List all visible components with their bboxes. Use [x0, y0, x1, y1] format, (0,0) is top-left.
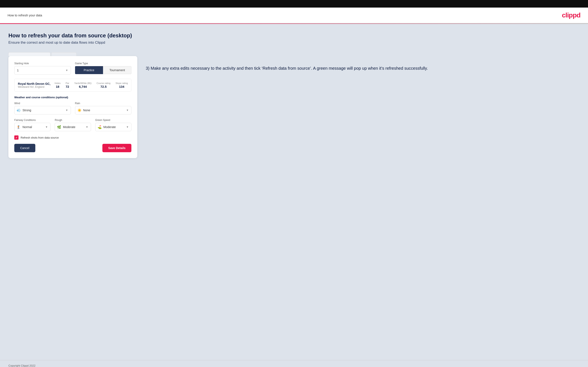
green-speed-group: Green Speed ⛳ Moderate Fast Slow ▼ — [95, 119, 131, 131]
rough-select-wrapper[interactable]: 🌿 Moderate Light Heavy ▼ — [55, 123, 91, 131]
slope-rating-value: 134 — [119, 85, 124, 88]
green-speed-icon: ⛳ — [97, 125, 102, 129]
par-value: 72 — [66, 85, 69, 88]
course-location: Westward Ho!, England — [18, 85, 51, 88]
save-button[interactable]: Save Details — [102, 144, 132, 152]
yards-value: 6,744 — [79, 85, 87, 88]
form-card: Starting Hole 1 10 ▼ Game Type Practi — [9, 56, 137, 158]
rough-label: Rough — [55, 119, 91, 122]
copyright-text: Copyright Clippd 2022 — [9, 364, 35, 367]
page-subheading: Ensure the correct and most up to date d… — [9, 41, 579, 45]
card-outer: Starting Hole 1 10 ▼ Game Type Practi — [9, 52, 137, 158]
wind-rain-row: Wind 💨 Strong Light None ▼ Rain — [14, 102, 131, 114]
practice-button[interactable]: Practice — [75, 66, 103, 74]
par-stat: Par 72 — [66, 82, 69, 88]
description-text: 3) Make any extra edits necessary to the… — [146, 65, 579, 72]
wind-label: Wind — [14, 102, 71, 105]
rough-group: Rough 🌿 Moderate Light Heavy ▼ — [55, 119, 91, 131]
course-rating-value: 72.5 — [101, 85, 107, 88]
green-speed-select-wrapper[interactable]: ⛳ Moderate Fast Slow ▼ — [95, 123, 131, 131]
tournament-button[interactable]: Tournament — [103, 66, 131, 74]
starting-hole-select-wrapper[interactable]: 1 10 ▼ — [14, 66, 71, 75]
action-row: Cancel Save Details — [14, 144, 131, 152]
right-description: 3) Make any extra edits necessary to the… — [146, 52, 579, 72]
starting-hole-game-type-row: Starting Hole 1 10 ▼ Game Type Practi — [14, 62, 131, 75]
two-col-layout: Starting Hole 1 10 ▼ Game Type Practi — [9, 52, 579, 158]
cancel-button[interactable]: Cancel — [14, 144, 35, 152]
par-label: Par — [66, 82, 69, 84]
main-content: How to refresh your data from source (de… — [0, 24, 588, 360]
holes-stat: Holes 18 — [55, 82, 61, 88]
slope-rating-label: Slope rating — [115, 82, 128, 84]
green-speed-label: Green Speed — [95, 119, 131, 122]
starting-hole-label: Starting Hole — [14, 62, 71, 65]
green-speed-select[interactable]: Moderate Fast Slow — [104, 125, 129, 129]
rough-select[interactable]: Moderate Light Heavy — [63, 125, 88, 129]
wind-select-wrapper[interactable]: 💨 Strong Light None ▼ — [14, 106, 71, 114]
rain-group: Rain ☀️ None Light Heavy ▼ — [75, 102, 132, 114]
holes-label: Holes — [55, 82, 61, 84]
fairway-icon: 🏌️ — [17, 125, 21, 129]
tab-partial-1 — [9, 52, 51, 56]
logo: clippd — [562, 11, 580, 19]
header-title: How to refresh your data — [8, 13, 42, 17]
fairway-select-wrapper[interactable]: 🏌️ Normal Soft Hard ▼ — [14, 123, 51, 131]
fairway-rough-green-row: Fairway Conditions 🏌️ Normal Soft Hard ▼ — [14, 119, 131, 131]
fairway-label: Fairway Conditions — [14, 119, 51, 122]
header: How to refresh your data clippd — [0, 8, 588, 23]
course-name: Royal North Devon GC, — [18, 82, 51, 85]
course-name-section: Royal North Devon GC, Westward Ho!, Engl… — [18, 82, 51, 88]
wind-icon: 💨 — [17, 108, 21, 112]
rain-label: Rain — [75, 102, 132, 105]
starting-hole-group: Starting Hole 1 10 ▼ — [14, 62, 71, 75]
course-info-row: Royal North Devon GC, Westward Ho!, Engl… — [14, 79, 131, 92]
rain-icon: ☀️ — [77, 108, 82, 112]
top-bar — [0, 0, 588, 8]
game-type-group: Game Type Practice Tournament — [75, 62, 132, 74]
footer: Copyright Clippd 2022 — [0, 360, 588, 367]
yards-stat: Yards/White (M)) 6,744 — [74, 82, 91, 88]
holes-value: 18 — [56, 85, 60, 88]
rain-select-wrapper[interactable]: ☀️ None Light Heavy ▼ — [75, 106, 132, 114]
course-stats: Holes 18 Par 72 Yards/White (M)) 6,744 — [55, 82, 128, 88]
tab-partial-2 — [51, 52, 77, 56]
game-type-buttons: Practice Tournament — [75, 66, 132, 74]
refresh-checkbox[interactable] — [14, 135, 18, 140]
starting-hole-select[interactable]: 1 10 — [17, 69, 68, 72]
refresh-checkbox-row: Refresh shots from data source — [14, 135, 131, 140]
weather-section-label: Weather and course conditions (optional) — [14, 96, 131, 99]
wind-group: Wind 💨 Strong Light None ▼ — [14, 102, 71, 114]
game-type-label: Game Type — [75, 62, 132, 65]
fairway-select[interactable]: Normal Soft Hard — [23, 125, 48, 129]
page-heading: How to refresh your data from source (de… — [9, 32, 579, 39]
course-rating-stat: Course rating 72.5 — [96, 82, 110, 88]
rough-icon: 🌿 — [57, 125, 61, 129]
course-rating-label: Course rating — [96, 82, 110, 84]
refresh-label: Refresh shots from data source — [21, 136, 59, 139]
rain-select[interactable]: None Light Heavy — [83, 108, 129, 112]
fairway-group: Fairway Conditions 🏌️ Normal Soft Hard ▼ — [14, 119, 51, 131]
slope-rating-stat: Slope rating 134 — [115, 82, 128, 88]
wind-select[interactable]: Strong Light None — [23, 108, 69, 112]
yards-label: Yards/White (M)) — [74, 82, 91, 84]
